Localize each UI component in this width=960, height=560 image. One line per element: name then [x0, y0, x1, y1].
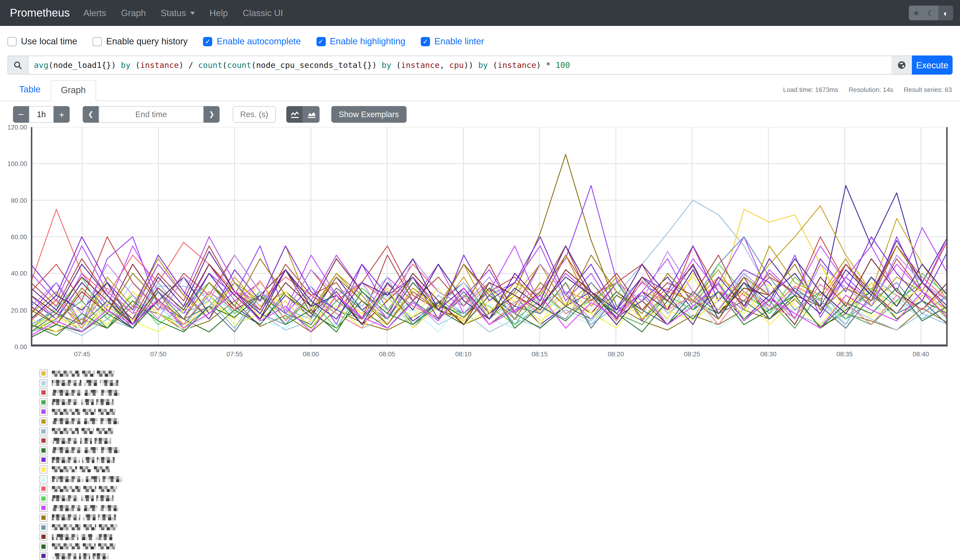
option-enable-highlighting[interactable]: ✓Enable highlighting: [316, 37, 405, 46]
legend-item[interactable]: [40, 408, 960, 416]
nav-item-graph[interactable]: Graph: [121, 8, 146, 18]
legend-item[interactable]: [40, 418, 960, 425]
legend-label-redacted: [82, 399, 94, 405]
legend-label-redacted: [85, 447, 98, 453]
light-theme-icon: ☀: [913, 8, 920, 18]
query-token: ): [372, 61, 381, 70]
legend-label-redacted: [97, 457, 115, 463]
legend-item[interactable]: [40, 523, 960, 531]
x-axis-tick-label: 08:20: [602, 350, 630, 358]
legend-item[interactable]: [40, 398, 960, 406]
graph-chart[interactable]: 0.0020.0040.0060.0080.00100.00120.0007:4…: [0, 126, 960, 361]
stacked-graph-toggle[interactable]: [303, 106, 320, 123]
option-enable-query-history[interactable]: Enable query history: [93, 37, 188, 46]
range-group: − 1h +: [13, 106, 70, 123]
legend-swatch: [40, 542, 47, 550]
line-graph-toggle[interactable]: [286, 106, 303, 123]
option-use-local-time[interactable]: Use local time: [8, 37, 77, 46]
increase-range-button[interactable]: +: [54, 106, 70, 123]
y-axis-tick-label: 60.00: [0, 233, 27, 241]
legend-label-redacted: [101, 389, 120, 396]
legend-item[interactable]: [40, 495, 960, 503]
legend-label-redacted: [81, 534, 93, 540]
options-row: Use local timeEnable query history✓Enabl…: [0, 26, 960, 48]
legend-label-redacted: [52, 553, 77, 559]
forward-time-button[interactable]: ❯: [203, 106, 220, 123]
screen: Prometheus AlertsGraphStatusHelpClassic …: [0, 0, 960, 560]
y-axis-tick-label: 100.00: [0, 160, 27, 167]
legend-item[interactable]: [40, 552, 960, 560]
legend-label-redacted: [84, 418, 98, 424]
show-exemplars-button[interactable]: Show Exemplars: [331, 106, 406, 123]
checkbox-unchecked-icon[interactable]: [8, 37, 17, 46]
legend-item[interactable]: [40, 533, 960, 541]
legend-item[interactable]: [40, 379, 960, 387]
legend-label-redacted: [52, 534, 78, 540]
range-input[interactable]: 1h: [29, 106, 54, 123]
x-axis-tick-label: 08:25: [678, 350, 706, 358]
dark-theme-button[interactable]: ☾: [923, 6, 938, 20]
legend-item[interactable]: [40, 475, 960, 483]
legend-item[interactable]: [40, 514, 960, 522]
option-enable-autocomplete[interactable]: ✓Enable autocomplete: [203, 37, 301, 46]
light-theme-button[interactable]: ☀: [909, 6, 923, 20]
checkbox-checked-icon[interactable]: ✓: [421, 37, 430, 46]
auto-theme-button[interactable]: ◐: [939, 6, 953, 20]
graph-canvas[interactable]: [31, 127, 948, 346]
legend-item[interactable]: [40, 542, 960, 550]
x-axis-tick-label: 07:50: [144, 350, 173, 358]
option-label: Enable autocomplete: [217, 37, 301, 46]
legend-item[interactable]: [40, 456, 960, 464]
legend-item[interactable]: [40, 447, 960, 454]
checkbox-unchecked-icon[interactable]: [93, 37, 102, 46]
option-enable-linter[interactable]: ✓Enable linter: [421, 37, 484, 46]
decrease-range-button[interactable]: −: [13, 106, 29, 123]
legend-label-redacted: [52, 505, 82, 511]
legend-item[interactable]: [40, 427, 960, 435]
tab-graph[interactable]: Graph: [50, 80, 96, 101]
prometheus-app: Prometheus AlertsGraphStatusHelpClassic …: [0, 0, 960, 560]
nav-item-status[interactable]: Status: [161, 8, 195, 18]
legend-label-redacted: [86, 476, 100, 482]
brand-prometheus[interactable]: Prometheus: [10, 6, 70, 19]
nav-item-classic-ui[interactable]: Classic UI: [243, 8, 283, 18]
legend-swatch: [40, 379, 47, 387]
resolution-input[interactable]: Res. (s): [232, 106, 276, 123]
legend-item[interactable]: [40, 485, 960, 493]
query-token: cpu: [449, 61, 464, 70]
execute-button[interactable]: Execute: [912, 56, 952, 75]
legend-swatch: [40, 504, 47, 512]
back-time-button[interactable]: ❮: [83, 106, 99, 123]
tab-table[interactable]: Table: [10, 80, 50, 101]
legend-label-redacted: [82, 495, 94, 501]
metrics-explorer-addon[interactable]: [891, 56, 912, 75]
query-input[interactable]: avg(node_load1{}) by (instance) / count(…: [28, 56, 891, 75]
legend-swatch: [40, 523, 47, 531]
legend-item[interactable]: [40, 504, 960, 512]
nav-item-help[interactable]: Help: [210, 8, 228, 18]
legend-label-redacted: [98, 543, 116, 549]
legend-label-redacted: [98, 409, 116, 415]
legend-label-redacted: [83, 514, 96, 520]
nav-links: AlertsGraphStatusHelpClassic UI: [83, 8, 298, 18]
legend-label-redacted: [52, 409, 80, 415]
query-stats: Load time: 1673ms Resolution: 14s Result…: [774, 86, 952, 93]
checkbox-checked-icon[interactable]: ✓: [203, 37, 213, 46]
legend-item[interactable]: [40, 389, 960, 396]
legend-item[interactable]: [40, 369, 960, 377]
legend-label-redacted: [52, 447, 82, 453]
y-axis-tick-label: 120.00: [0, 123, 27, 131]
legend-item[interactable]: [40, 437, 960, 445]
legend-swatch: [40, 495, 47, 503]
legend-swatch: [40, 398, 47, 406]
end-time-input[interactable]: End time: [99, 106, 203, 123]
query-token: by: [121, 61, 131, 70]
query-token: 100: [555, 61, 570, 70]
checkbox-checked-icon[interactable]: ✓: [316, 37, 325, 46]
dropdown-caret-icon: [190, 11, 195, 14]
y-axis-tick-label: 0.00: [0, 343, 27, 350]
legend-swatch: [40, 447, 47, 454]
nav-item-alerts[interactable]: Alerts: [83, 8, 106, 18]
legend-item[interactable]: [40, 466, 960, 474]
legend-label-redacted: [83, 524, 96, 530]
